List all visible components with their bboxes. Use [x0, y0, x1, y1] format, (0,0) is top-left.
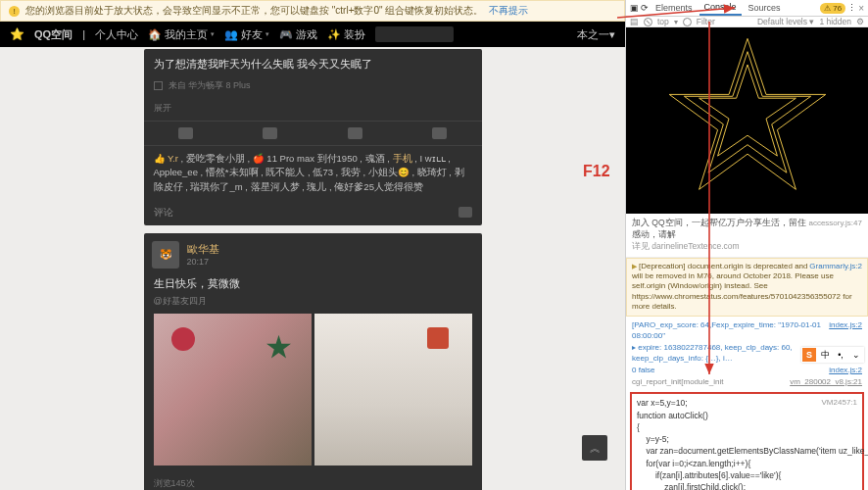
console-context-dropdown[interactable]: top: [657, 17, 669, 26]
console-input-code[interactable]: VM2457:1var x=5,y=10; function autoClick…: [630, 392, 864, 490]
console-source-link[interactable]: accessory.js:47: [808, 218, 862, 228]
post-title: 为了想清楚我昨天为什么失眠 我今天又失眠了: [144, 49, 482, 75]
nav-games[interactable]: 🎮游戏: [279, 27, 317, 42]
post-device: 来自 华为畅享 8 Plus: [169, 79, 251, 92]
feed-post: 🐯 歐华基 20:17 生日快乐，莫微微 @好基友四月 浏览145次 👍 韦: [144, 233, 482, 490]
ime-icon[interactable]: S: [802, 348, 816, 362]
post-title: 生日快乐，莫微微: [144, 276, 482, 295]
devtools-inspect-icon[interactable]: ▣: [630, 3, 639, 13]
warning-text: 您的浏览器目前处于放大状态，会导致空间显示不正常，您可以键盘按 "ctrl+数字…: [25, 4, 483, 18]
devtools-menu-icon[interactable]: ⋮: [847, 3, 856, 13]
like-icon[interactable]: [178, 127, 193, 139]
feed-container: 为了想清楚我昨天为什么失眠 我今天又失眠了 来自 华为畅享 8 Plus 展开 …: [0, 47, 625, 490]
qq-header: ⭐ QQ空间 | 个人中心 🏠我的主页▾ 👥好友▾ 🎮游戏 ✨装扮 本之一▾: [0, 22, 625, 47]
post-image[interactable]: [154, 314, 312, 466]
console-filter-bar: ▤ top ▾ Filter Default levels ▾ 1 hidden…: [626, 17, 868, 27]
browser-warning-bar: ! 您的浏览器目前处于放大状态，会导致空间显示不正常，您可以键盘按 "ctrl+…: [0, 0, 625, 22]
share-icon[interactable]: [348, 127, 362, 139]
devtools-close-icon[interactable]: ×: [858, 3, 864, 14]
avatar[interactable]: 🐯: [152, 241, 179, 269]
nav-my-home[interactable]: 🏠我的主页▾: [148, 27, 215, 42]
console-settings-icon[interactable]: ⚙: [856, 17, 864, 26]
device-icon: [154, 81, 163, 90]
devtools-device-icon[interactable]: ⟳: [641, 3, 649, 13]
more-icon[interactable]: [432, 127, 447, 139]
svg-marker-0: [669, 38, 826, 189]
devtools-tabs-bar: ▣ ⟳ Elements Console Sources ⚠ 76 ⋮ ×: [626, 0, 868, 17]
ime-keyboard-icon[interactable]: •,: [834, 348, 847, 362]
post-action-bar: [144, 121, 482, 145]
devtools-pane: ▣ ⟳ Elements Console Sources ⚠ 76 ⋮ × ▤ …: [625, 0, 868, 490]
divider: |: [82, 28, 85, 40]
comment-icon[interactable]: [263, 127, 277, 139]
console-source-link[interactable]: index.js:2: [829, 319, 862, 331]
ime-zhong-icon[interactable]: 中: [818, 348, 832, 362]
warning-dismiss-link[interactable]: 不再提示: [489, 4, 528, 18]
tab-sources[interactable]: Sources: [744, 1, 786, 15]
scroll-to-top-button[interactable]: ︽: [582, 435, 607, 461]
post-image[interactable]: [314, 314, 472, 466]
header-right-dropdown[interactable]: 本之一▾: [577, 27, 615, 42]
ime-settings-icon[interactable]: ⌄: [849, 348, 863, 362]
tab-console[interactable]: Console: [699, 0, 742, 16]
post-timestamp: 20:17: [187, 257, 219, 267]
console-deprecation-warning: Grammarly.js:2 [Deprecation] document.or…: [626, 258, 868, 317]
console-source-link[interactable]: vm_280002_v8.js:21: [790, 376, 862, 388]
console-sidebar-icon[interactable]: ▤: [630, 17, 639, 26]
post-expand[interactable]: 展开: [154, 102, 171, 115]
qq-site-logo[interactable]: QQ空间: [34, 27, 72, 42]
post-image-grid: [144, 314, 482, 473]
console-hidden-count: 1 hidden: [819, 17, 851, 26]
ime-toolbar[interactable]: S 中 •, ⌄: [801, 347, 864, 363]
devtools-warning-count[interactable]: ⚠ 76: [820, 3, 845, 14]
comment-placeholder[interactable]: 评论: [154, 206, 173, 220]
console-source-link[interactable]: index.js:2: [829, 365, 862, 376]
nav-friends[interactable]: 👥好友▾: [224, 27, 269, 42]
console-info-line: accessory.js:47 加入 QQ空间，一起帮亿万户分享生活，留住感动，…: [626, 214, 868, 258]
post-likes-list: 👍 Y.r , 爱吃零食小朋 , 🍎 11 Pro max 到付1950 , 魂…: [144, 145, 482, 200]
nav-personal-center[interactable]: 个人中心: [95, 27, 138, 42]
search-input[interactable]: [375, 26, 454, 42]
live-expr-icon[interactable]: [683, 18, 692, 26]
console-levels-dropdown[interactable]: Default levels ▾: [757, 17, 814, 26]
post-mention[interactable]: @好基友四月: [144, 295, 482, 314]
feed-post: 为了想清楚我昨天为什么失眠 我今天又失眠了 来自 华为畅享 8 Plus 展开 …: [144, 49, 482, 225]
console-source-link[interactable]: Grammarly.js:2: [809, 262, 862, 271]
camera-icon[interactable]: [458, 207, 472, 218]
console-ascii-art: [626, 27, 868, 214]
nav-decorate[interactable]: ✨装扮: [327, 27, 365, 42]
clear-console-icon[interactable]: [644, 18, 652, 26]
post-username[interactable]: 歐华基: [187, 242, 219, 257]
tab-elements[interactable]: Elements: [651, 1, 698, 15]
console-filter-input[interactable]: Filter: [697, 17, 715, 26]
post-view-count: 浏览145次: [154, 477, 195, 490]
qq-star-icon: ⭐: [10, 27, 24, 41]
warning-icon: !: [9, 6, 20, 17]
